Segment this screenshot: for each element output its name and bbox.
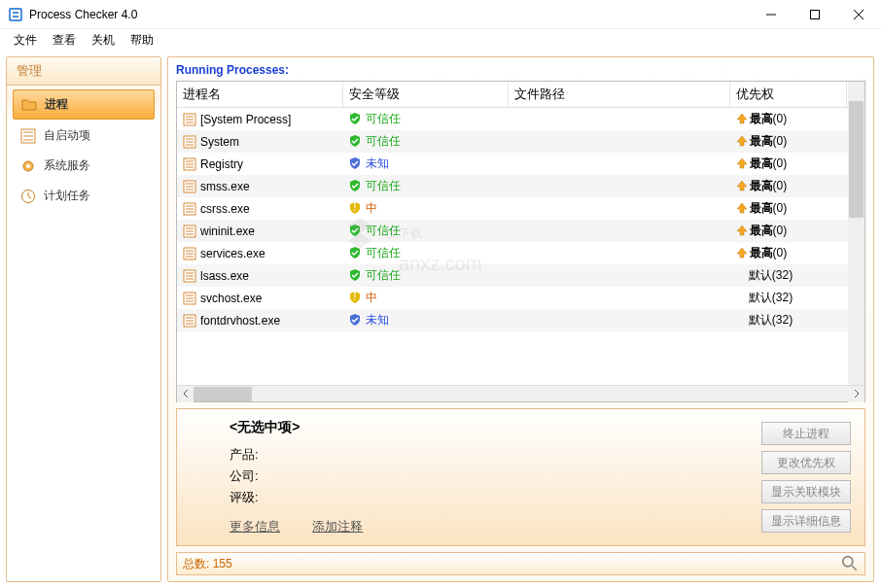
cell-path xyxy=(508,175,730,197)
main-title: Running Processes: xyxy=(176,63,865,77)
detail-product-label: 产品: xyxy=(191,444,742,466)
titlebar: Process Checker 4.0 xyxy=(0,0,882,29)
svg-text:!: ! xyxy=(353,201,356,214)
change-priority-button[interactable]: 更改优先权 xyxy=(761,451,851,474)
cell-name: Registry xyxy=(177,153,342,175)
sidebar-header: 管理 xyxy=(7,57,160,86)
close-icon xyxy=(854,10,864,19)
cell-security: 未知 xyxy=(342,309,508,331)
table-row[interactable]: fontdrvhost.exe未知 默认(32) xyxy=(177,309,864,331)
show-details-button[interactable]: 显示详细信息 xyxy=(761,509,851,533)
cell-security: 未知 xyxy=(342,153,508,175)
sidebar-item-1[interactable]: 自启动项 xyxy=(13,121,155,150)
maximize-button[interactable] xyxy=(793,0,836,28)
sidebar-item-3[interactable]: 计划任务 xyxy=(13,182,155,210)
menu-view[interactable]: 查看 xyxy=(45,30,84,51)
table-row[interactable]: wininit.exe可信任最高(0) xyxy=(177,220,864,242)
main-panel: Running Processes: 进程名 安全等级 文件路径 优先权 [Sy… xyxy=(167,56,874,582)
cell-priority: 最高(0) xyxy=(730,175,847,197)
cell-name: services.exe xyxy=(177,242,342,264)
cell-priority: 最高(0) xyxy=(730,242,847,264)
cell-name: System xyxy=(177,130,342,153)
terminate-button[interactable]: 终止进程 xyxy=(761,422,851,445)
sidebar-item-label: 计划任务 xyxy=(44,188,90,204)
cell-path xyxy=(508,108,730,131)
col-header-security[interactable]: 安全等级 xyxy=(342,82,508,108)
sidebar-item-label: 系统服务 xyxy=(44,157,90,174)
cell-priority: 最高(0) xyxy=(730,220,847,242)
scroll-right-button[interactable] xyxy=(848,386,864,402)
minimize-button[interactable] xyxy=(749,0,793,28)
cell-path xyxy=(508,242,730,264)
show-modules-button[interactable]: 显示关联模块 xyxy=(761,480,851,503)
search-icon[interactable] xyxy=(841,555,859,572)
statusbar: 总数: 155 xyxy=(176,552,865,575)
table-row[interactable]: lsass.exe可信任 默认(32) xyxy=(177,264,864,287)
col-header-path[interactable]: 文件路径 xyxy=(508,82,730,108)
cell-path xyxy=(508,309,730,331)
detail-company-label: 公司: xyxy=(191,466,742,487)
svg-point-13 xyxy=(26,164,30,168)
more-info-link[interactable]: 更多信息 xyxy=(229,519,280,534)
table-row[interactable]: services.exe可信任最高(0) xyxy=(177,242,864,264)
svg-point-59 xyxy=(843,557,853,567)
scroll-left-button[interactable] xyxy=(177,386,194,402)
cell-name: fontdrvhost.exe xyxy=(177,309,342,331)
svg-rect-2 xyxy=(13,12,18,14)
col-header-name[interactable]: 进程名 xyxy=(177,82,342,108)
menu-help[interactable]: 帮助 xyxy=(123,30,161,51)
svg-line-60 xyxy=(852,566,857,571)
cell-name: smss.exe xyxy=(177,175,342,197)
cell-path xyxy=(508,130,730,153)
chevron-left-icon xyxy=(183,390,189,398)
cell-path xyxy=(508,153,730,175)
menubar: 文件 查看 关机 帮助 xyxy=(0,29,882,51)
cell-priority: 默认(32) xyxy=(730,264,847,287)
cell-priority: 最高(0) xyxy=(730,153,847,175)
cell-path xyxy=(508,197,730,220)
horizontal-scrollbar[interactable] xyxy=(177,385,864,401)
cell-path xyxy=(508,287,730,309)
add-comment-link[interactable]: 添加注释 xyxy=(312,519,363,534)
cell-security: 可信任 xyxy=(342,130,508,153)
cell-security: 可信任 xyxy=(342,242,508,264)
cell-security: !中 xyxy=(342,197,508,220)
col-header-priority[interactable]: 优先权 xyxy=(730,82,847,108)
cell-name: lsass.exe xyxy=(177,264,342,287)
chevron-right-icon xyxy=(854,390,860,398)
sidebar-item-2[interactable]: 系统服务 xyxy=(13,152,155,180)
cell-path xyxy=(508,264,730,287)
detail-title: <无选中项> xyxy=(191,419,742,436)
sidebar: 管理 进程自启动项系统服务计划任务 xyxy=(6,56,161,582)
table-row[interactable]: csrss.exe!中最高(0) xyxy=(177,197,864,220)
cell-priority: 最高(0) xyxy=(730,197,847,220)
status-total: 总数: 155 xyxy=(183,556,841,572)
vertical-scrollbar[interactable] xyxy=(848,82,864,385)
cell-path xyxy=(508,220,730,242)
table-row[interactable]: svchost.exe!中 默认(32) xyxy=(177,287,864,309)
cell-priority: 默认(32) xyxy=(730,287,847,309)
process-table: 进程名 安全等级 文件路径 优先权 [System Process]可信任最高(… xyxy=(176,81,865,402)
table-row[interactable]: [System Process]可信任最高(0) xyxy=(177,108,864,131)
cell-security: 可信任 xyxy=(342,220,508,242)
svg-rect-3 xyxy=(13,16,18,17)
cell-name: wininit.exe xyxy=(177,220,342,242)
cell-priority: 默认(32) xyxy=(730,309,847,331)
menu-shutdown[interactable]: 关机 xyxy=(84,30,123,51)
table-row[interactable]: System可信任最高(0) xyxy=(177,130,864,153)
sidebar-item-0[interactable]: 进程 xyxy=(13,89,155,120)
cell-security: !中 xyxy=(342,287,508,309)
sidebar-item-label: 进程 xyxy=(45,96,68,113)
cell-name: csrss.exe xyxy=(177,197,342,220)
sidebar-item-label: 自启动项 xyxy=(44,127,90,144)
cell-priority: 最高(0) xyxy=(730,108,847,131)
detail-rating-label: 评级: xyxy=(191,487,742,508)
table-row[interactable]: smss.exe可信任最高(0) xyxy=(177,175,864,197)
window-title: Process Checker 4.0 xyxy=(29,8,749,21)
app-icon xyxy=(8,7,23,22)
close-button[interactable] xyxy=(836,0,880,28)
svg-rect-1 xyxy=(11,10,20,19)
menu-file[interactable]: 文件 xyxy=(6,30,45,51)
table-row[interactable]: Registry未知最高(0) xyxy=(177,153,864,175)
cell-security: 可信任 xyxy=(342,108,508,131)
